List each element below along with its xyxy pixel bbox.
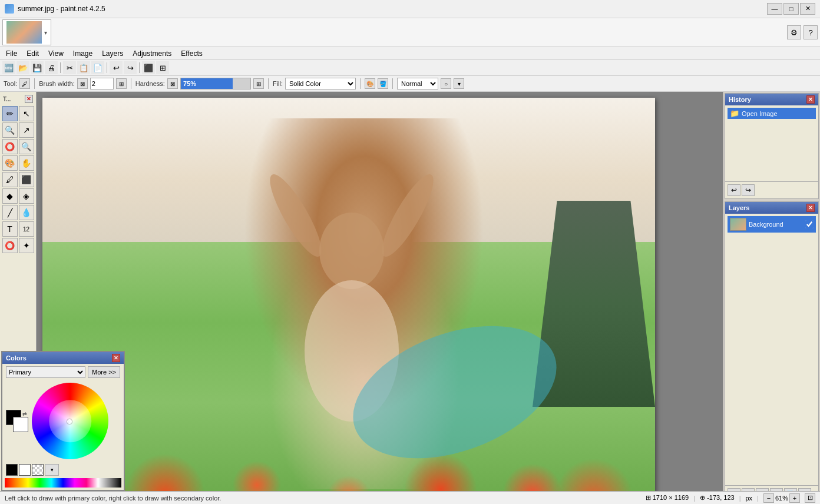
color-picker-tool[interactable]: 💧 (19, 205, 34, 220)
menu-layers[interactable]: Layers (97, 47, 128, 60)
app-container: summer.jpg - paint.net 4.2.5 — □ ✕ ▾ ⚙ ?… (0, 0, 820, 504)
status-help-text: Left click to draw with primary color, r… (5, 495, 641, 502)
menu-view[interactable]: View (44, 47, 68, 60)
layers-close-button[interactable]: ✕ (806, 204, 815, 212)
menu-effects[interactable]: Effects (176, 47, 207, 60)
tool-row-4: 🎨 ✋ (2, 155, 34, 171)
hardness-slider[interactable]: 75% (180, 78, 251, 89)
tab-thumbnail (6, 21, 42, 44)
image-tab[interactable]: ▾ (2, 19, 51, 45)
clone-tool[interactable]: ◈ (19, 188, 34, 204)
tools-panel-header: T... ✕ (1, 94, 35, 104)
hardness-minus[interactable]: ⊠ (167, 78, 178, 89)
text-tool[interactable]: T (2, 221, 18, 237)
color-picker-icon[interactable]: 🎨 (365, 78, 375, 89)
color-palette-row[interactable] (5, 478, 121, 488)
bucket-icon[interactable]: 🪣 (378, 78, 388, 89)
minimize-button[interactable]: — (767, 3, 782, 15)
move-tool[interactable]: ↗ (19, 122, 34, 138)
fill-select[interactable]: Solid Color Linear Gradient Radial Gradi… (285, 78, 356, 89)
hardness-plus[interactable]: ⊞ (253, 78, 264, 89)
zoom-out-tool[interactable]: 🔍 (19, 139, 34, 154)
new-button[interactable]: 🆕 (2, 61, 15, 74)
color-wheel-container[interactable] (32, 383, 108, 459)
cut-button[interactable]: ✂ (63, 61, 76, 74)
main-layout: T... ✕ ✏ ↖ 🔍 ↗ ⭕ 🔍 🎨 ✋ (0, 92, 820, 504)
fill-tool[interactable]: ⬛ (19, 172, 34, 187)
color-mode-select[interactable]: Primary Secondary (6, 366, 85, 378)
pan-tool[interactable]: ✋ (19, 155, 34, 171)
line-tool[interactable]: ╱ (2, 205, 18, 220)
blend-options-btn[interactable]: ▾ (454, 78, 464, 89)
copy-button[interactable]: 📋 (77, 61, 90, 74)
transparent-swatch[interactable] (32, 464, 44, 476)
paint-bucket-tool[interactable]: 🎨 (2, 155, 18, 171)
history-item-open-image[interactable]: 📁 Open Image (728, 108, 816, 119)
black-swatch[interactable] (6, 464, 18, 476)
zoom-in-button[interactable]: + (789, 493, 800, 503)
white-swatch[interactable] (19, 464, 31, 476)
menu-file[interactable]: File (1, 47, 22, 60)
maximize-button[interactable]: □ (783, 3, 799, 15)
close-button[interactable]: ✕ (800, 3, 815, 15)
tab-arrow[interactable]: ▾ (44, 29, 47, 36)
title-bar-controls: — □ ✕ (767, 3, 815, 15)
brush-width-minus[interactable]: ⊠ (77, 78, 88, 89)
colors-close-button[interactable]: ✕ (112, 354, 120, 362)
zoom-tool[interactable]: 🔍 (2, 122, 18, 138)
tool-row-9: ⭕ ✦ (2, 238, 34, 253)
layer-item-background[interactable]: Background (728, 216, 816, 233)
layer-visibility-checkbox[interactable] (805, 220, 814, 228)
brush-width-input[interactable] (90, 78, 114, 89)
layers-panel-header: Layers ✕ (725, 202, 818, 214)
layer-name: Background (749, 221, 783, 228)
colors-controls: Primary Secondary More >> (2, 364, 124, 380)
color-wheel[interactable] (32, 383, 108, 459)
tool-options-bar: Tool: 🖊 Brush width: ⊠ ⊞ Hardness: ⊠ 75%… (0, 76, 820, 92)
menu-image[interactable]: Image (68, 47, 97, 60)
resize-button[interactable]: ⊞ (156, 61, 169, 74)
hardness-value: 75% (183, 80, 196, 87)
options-sep-1 (34, 78, 35, 89)
eraser-tool[interactable]: ◆ (2, 188, 18, 204)
history-close-button[interactable]: ✕ (806, 95, 815, 104)
settings-button[interactable]: ⚙ (787, 25, 801, 39)
number-tool[interactable]: 12 (19, 221, 34, 237)
paste-button[interactable]: 📄 (91, 61, 104, 74)
fill-label: Fill: (273, 80, 283, 87)
zoom-out-button[interactable]: − (763, 493, 774, 503)
canvas-area[interactable] (37, 92, 723, 504)
swatch-dropdown-btn[interactable]: ▾ (45, 464, 59, 476)
print-button[interactable]: 🖨 (45, 61, 58, 74)
redo-button[interactable]: ↪ (124, 61, 137, 74)
tools-close-button[interactable]: ✕ (25, 95, 33, 103)
save-button[interactable]: 💾 (31, 61, 44, 74)
ellipse-select-tool[interactable]: ⭕ (2, 139, 18, 154)
shape-tool[interactable]: ⭕ (2, 238, 18, 253)
toolbar-separator-2 (107, 62, 107, 73)
menu-edit[interactable]: Edit (22, 47, 44, 60)
more-colors-button[interactable]: More >> (88, 366, 120, 378)
open-button[interactable]: 📂 (16, 61, 29, 74)
opacity-icon[interactable]: ○ (441, 78, 451, 89)
blend-mode-select[interactable]: Normal Multiply Screen (397, 78, 438, 89)
history-panel-content: 📁 Open Image (725, 105, 818, 181)
fit-to-window-button[interactable]: ⊡ (805, 493, 815, 503)
swap-colors-icon[interactable]: ⇄ (22, 411, 27, 417)
background-color-swatch[interactable] (13, 417, 28, 432)
undo-button[interactable]: ↩ (110, 61, 123, 74)
brush-width-label: Brush width: (39, 80, 75, 87)
menu-adjustments[interactable]: Adjustments (128, 47, 176, 60)
brush-tool[interactable]: 🖊 (2, 172, 18, 187)
canvas-image[interactable] (42, 98, 655, 504)
right-panels: History ✕ 📁 Open Image ↩ ↪ (723, 92, 820, 504)
help-button[interactable]: ? (804, 25, 818, 39)
gradient-tool[interactable]: ✦ (19, 238, 34, 253)
undo-history-button[interactable]: ↩ (728, 184, 740, 196)
redo-history-button[interactable]: ↪ (742, 184, 755, 196)
pencil-tool[interactable]: ✏ (2, 106, 18, 121)
crop-button[interactable]: ⬛ (142, 61, 155, 74)
tool-selector[interactable]: 🖊 (19, 78, 30, 89)
selection-tool[interactable]: ↖ (19, 106, 34, 121)
brush-width-plus[interactable]: ⊞ (116, 78, 127, 89)
